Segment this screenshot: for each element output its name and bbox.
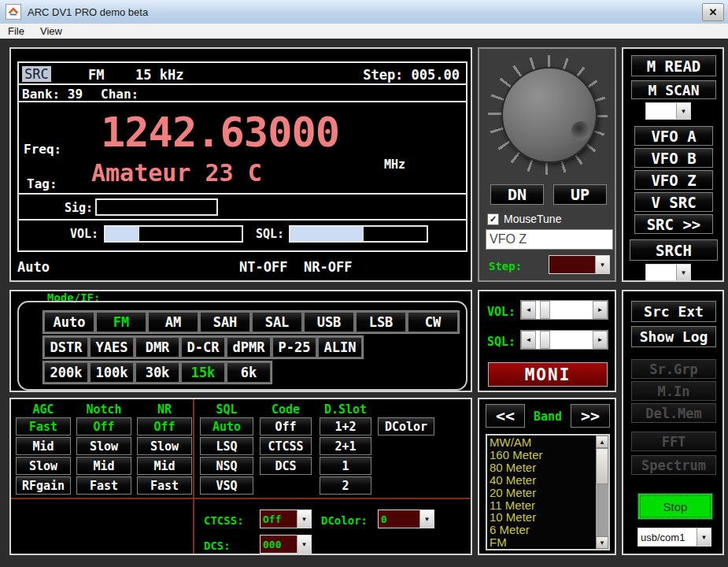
mode-lsb-button[interactable]: LSB <box>356 312 406 332</box>
band-next-button[interactable]: >> <box>571 404 610 428</box>
band-item[interactable]: FM <box>490 536 596 549</box>
notch-fast-button[interactable]: Fast <box>76 476 131 495</box>
dcolor-combo[interactable]: 0 ▼ <box>378 510 434 528</box>
nr-fast-button[interactable]: Fast <box>137 476 192 495</box>
sql-meter[interactable] <box>289 225 428 243</box>
v-src-button[interactable]: V SRC <box>634 192 713 212</box>
mode-auto-button[interactable]: Auto <box>44 312 94 332</box>
agc-mid-button[interactable]: Mid <box>16 437 71 455</box>
arrow-left-icon[interactable]: ◄ <box>521 301 536 319</box>
chevron-down-icon[interactable]: ▼ <box>419 510 434 528</box>
chevron-down-icon[interactable]: ▼ <box>676 103 690 119</box>
dslot-1-button[interactable]: 1 <box>320 457 371 475</box>
chevron-down-icon[interactable]: ▼ <box>297 510 311 528</box>
notch-slow-button[interactable]: Slow <box>76 437 131 455</box>
band-scrollbar-thumb[interactable] <box>596 448 608 484</box>
band-item[interactable]: 160 Meter <box>490 449 596 461</box>
show-log-button[interactable]: Show Log <box>631 326 716 347</box>
search-bank-combo[interactable]: ▼ <box>645 264 691 281</box>
title-bar[interactable]: ARC DV1 PRO demo beta ✕ <box>0 0 728 24</box>
sql-auto-button[interactable]: Auto <box>200 417 253 435</box>
sql-nsq-button[interactable]: NSQ <box>200 457 253 475</box>
sql-slider-thumb[interactable] <box>540 331 550 349</box>
mode-dstr-button[interactable]: DSTR <box>44 337 88 358</box>
dslot-2-button[interactable]: 2 <box>320 476 371 495</box>
band-item[interactable]: 11 Meter <box>490 499 596 512</box>
arrow-right-icon[interactable]: ► <box>593 331 608 349</box>
port-combo[interactable]: usb/com1 ▼ <box>637 528 711 547</box>
dslot-2p1-button[interactable]: 2+1 <box>320 437 371 455</box>
srch-button[interactable]: SRCH <box>630 239 718 261</box>
agc-slow-button[interactable]: Slow <box>16 457 71 475</box>
chevron-down-icon[interactable]: ▼ <box>297 536 311 553</box>
mode-dpmr-button[interactable]: dPMR <box>227 337 271 358</box>
nr-slow-button[interactable]: Slow <box>137 437 192 455</box>
sql-vsq-button[interactable]: VSQ <box>200 476 253 495</box>
mode-dmr-button[interactable]: DMR <box>135 337 179 358</box>
band-item[interactable]: 6 Meter <box>490 524 596 536</box>
mousetune-checkbox[interactable]: ✓ <box>487 213 499 225</box>
band-item[interactable]: 80 Meter <box>490 461 596 474</box>
vol-slider-thumb[interactable] <box>540 301 550 319</box>
band-item[interactable]: MW/AM <box>490 436 596 449</box>
band-prev-button[interactable]: << <box>486 404 525 428</box>
arrow-up-icon[interactable]: ▲ <box>596 435 608 448</box>
menu-view[interactable]: View <box>32 24 70 39</box>
mode-dcr-button[interactable]: D-CR <box>181 337 225 358</box>
vol-meter[interactable] <box>104 225 243 243</box>
code-ctcss-button[interactable]: CTCSS <box>260 437 312 455</box>
if-6k-button[interactable]: 6k <box>227 362 271 383</box>
notch-off-button[interactable]: Off <box>76 417 131 435</box>
band-item[interactable]: 40 Meter <box>490 474 596 487</box>
tune-up-button[interactable]: UP <box>553 184 607 205</box>
vfo-b-button[interactable]: VFO B <box>634 148 713 168</box>
if-100k-button[interactable]: 100k <box>90 362 134 383</box>
dcs-combo[interactable]: 000 ▼ <box>260 535 312 554</box>
tune-down-button[interactable]: DN <box>490 184 544 205</box>
mode-sah-button[interactable]: SAH <box>200 312 250 332</box>
chevron-down-icon[interactable]: ▼ <box>676 265 690 280</box>
moni-button[interactable]: MONI <box>488 362 608 387</box>
mode-yaes-button[interactable]: YAES <box>90 337 134 358</box>
notch-mid-button[interactable]: Mid <box>76 457 131 475</box>
agc-fast-button[interactable]: Fast <box>16 417 71 435</box>
src-ext-button[interactable]: Src Ext <box>631 301 716 322</box>
dcolor-button[interactable]: DColor <box>378 417 434 435</box>
dslot-1p2-button[interactable]: 1+2 <box>320 417 371 435</box>
if-15k-button[interactable]: 15k <box>181 362 225 383</box>
tuning-knob[interactable] <box>501 67 597 163</box>
close-button[interactable]: ✕ <box>702 3 724 21</box>
ctcss-combo[interactable]: Off ▼ <box>260 510 312 528</box>
band-scrollbar-track[interactable] <box>596 484 608 536</box>
mode-p25-button[interactable]: P-25 <box>272 337 316 358</box>
arrow-right-icon[interactable]: ► <box>593 301 608 319</box>
mode-fm-button[interactable]: FM <box>96 312 146 332</box>
if-200k-button[interactable]: 200k <box>44 362 88 383</box>
arrow-down-icon[interactable]: ▼ <box>596 536 608 549</box>
if-30k-button[interactable]: 30k <box>135 362 179 383</box>
mode-am-button[interactable]: AM <box>148 312 198 332</box>
sql-lsq-button[interactable]: LSQ <box>200 437 253 455</box>
band-scrollbar[interactable]: ▲ ▼ <box>596 435 608 549</box>
vfo-z-button[interactable]: VFO Z <box>634 170 713 190</box>
vfo-a-button[interactable]: VFO A <box>634 126 713 146</box>
agc-rfgain-button[interactable]: RFgain <box>16 476 71 495</box>
step-combo[interactable]: ▼ <box>549 255 610 274</box>
vol-slider[interactable]: ◄ ► <box>520 300 608 320</box>
code-off-button[interactable]: Off <box>260 417 312 435</box>
mode-sal-button[interactable]: SAL <box>252 312 302 332</box>
band-item[interactable]: 20 Meter <box>490 487 596 499</box>
m-scan-button[interactable]: M SCAN <box>631 80 716 99</box>
memory-bank-combo[interactable]: ▼ <box>645 102 691 120</box>
vfo-field[interactable] <box>486 229 613 250</box>
sql-slider[interactable]: ◄ ► <box>520 330 608 350</box>
vol-slider-track[interactable] <box>550 301 593 319</box>
mode-usb-button[interactable]: USB <box>304 312 354 332</box>
sql-slider-track[interactable] <box>550 331 593 349</box>
mode-cw-button[interactable]: CW <box>408 312 458 332</box>
chevron-down-icon[interactable]: ▼ <box>697 528 711 546</box>
chevron-down-icon[interactable]: ▼ <box>595 256 609 273</box>
mode-alin-button[interactable]: ALIN <box>318 337 362 358</box>
menu-file[interactable]: File <box>0 24 32 39</box>
nr-mid-button[interactable]: Mid <box>137 457 192 475</box>
